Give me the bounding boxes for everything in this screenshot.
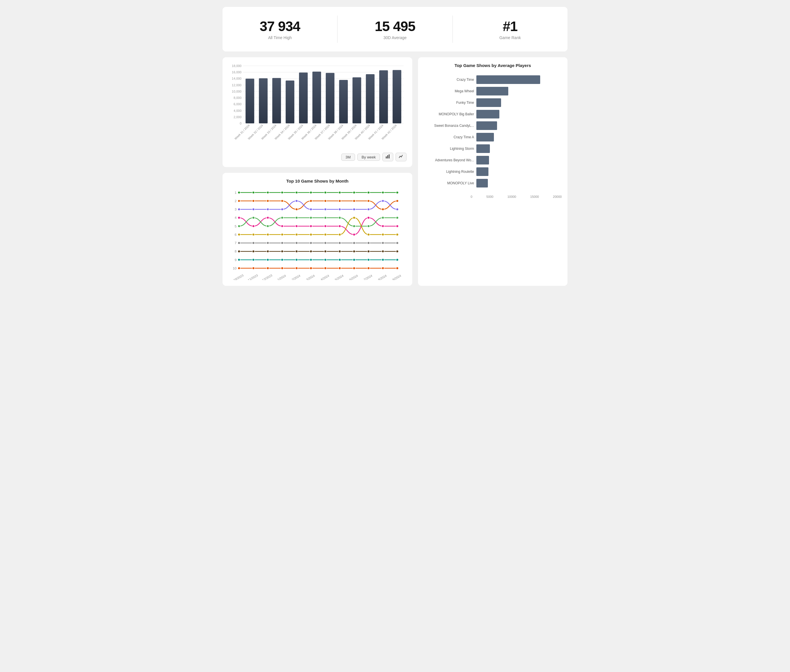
hbar-track: [477, 87, 556, 96]
svg-point-82: [252, 200, 255, 202]
line-icon-button[interactable]: [396, 153, 406, 161]
svg-point-183: [324, 267, 326, 269]
svg-point-87: [324, 200, 326, 202]
svg-point-178: [252, 267, 255, 269]
svg-text:1: 1: [235, 191, 237, 194]
svg-point-154: [252, 250, 255, 253]
svg-point-137: [353, 216, 356, 219]
right-column: Top Game Shows by Average Players Crazy …: [418, 57, 568, 286]
svg-point-126: [368, 225, 370, 227]
30d-avg-value: 15 495: [343, 18, 446, 34]
svg-point-99: [324, 208, 326, 211]
svg-point-96: [281, 208, 283, 211]
svg-point-113: [353, 234, 356, 236]
svg-point-107: [267, 216, 269, 219]
svg-rect-22: [259, 78, 268, 123]
hbar-label: MONOPOLY Live: [430, 181, 474, 185]
svg-point-77: [353, 191, 356, 194]
svg-point-133: [295, 234, 298, 236]
svg-point-152: [396, 242, 399, 244]
svg-rect-34: [339, 80, 348, 123]
svg-point-72: [281, 191, 283, 194]
svg-text:9: 9: [235, 258, 237, 262]
svg-point-79: [382, 191, 384, 194]
bump-chart-container: 1234567891010/202311/202312/20231/20242/…: [228, 188, 406, 280]
svg-text:8: 8: [235, 250, 237, 253]
stat-all-time-high: 37 934 All Time High: [222, 16, 337, 43]
hbar-axis-label: 20000: [553, 195, 562, 198]
hbar-track: [477, 98, 556, 107]
svg-text:2,000: 2,000: [233, 115, 241, 119]
bar-chart-icon: [385, 154, 390, 159]
stats-card: 37 934 All Time High 15 495 30D Average …: [222, 7, 568, 51]
svg-point-80: [396, 191, 399, 194]
hbar-chart-card: Top Game Shows by Average Players Crazy …: [418, 57, 568, 286]
svg-point-118: [252, 216, 255, 219]
svg-text:6/2024: 6/2024: [349, 274, 359, 280]
svg-text:12,000: 12,000: [232, 83, 241, 87]
period-button[interactable]: 3M: [341, 154, 355, 161]
svg-point-171: [324, 259, 326, 261]
svg-point-146: [310, 242, 312, 244]
svg-point-173: [353, 259, 356, 261]
svg-point-93: [238, 208, 240, 211]
svg-text:6,000: 6,000: [233, 102, 241, 106]
hbar-fill: [477, 98, 501, 107]
svg-point-122: [310, 216, 312, 219]
svg-rect-24: [272, 78, 281, 123]
svg-point-92: [396, 200, 399, 202]
svg-point-139: [382, 234, 384, 236]
hbar-track: [477, 122, 556, 130]
svg-text:7/2024: 7/2024: [363, 274, 373, 280]
svg-point-73: [295, 191, 298, 194]
svg-point-138: [368, 234, 370, 236]
svg-point-112: [338, 225, 341, 227]
svg-text:2: 2: [235, 199, 237, 203]
svg-point-155: [267, 250, 269, 253]
svg-point-153: [238, 250, 240, 253]
hbar-chart: Crazy Time Mega Wheel Funky Time MONOPOL…: [424, 72, 562, 193]
group-button[interactable]: By week: [357, 154, 380, 161]
svg-point-110: [310, 225, 312, 227]
svg-text:7: 7: [235, 241, 237, 245]
bar-icon-button[interactable]: [382, 153, 393, 161]
hbar-row: Crazy Time: [430, 75, 556, 84]
svg-point-106: [252, 225, 255, 227]
svg-point-177: [238, 267, 240, 269]
bump-chart-svg: 1234567891010/202311/202312/20231/20242/…: [228, 188, 406, 280]
svg-rect-42: [393, 70, 401, 123]
hbar-fill: [477, 110, 499, 118]
svg-point-70: [252, 191, 255, 194]
hbar-label: Sweet Bonanza CandyL...: [430, 124, 474, 128]
svg-point-180: [281, 267, 283, 269]
hbar-row: Mega Wheel: [430, 87, 556, 96]
svg-point-157: [295, 250, 298, 253]
hbar-axis-label: 5000: [486, 195, 493, 198]
svg-point-185: [353, 267, 356, 269]
svg-point-176: [396, 259, 399, 261]
hbar-label: MONOPOLY Big Baller: [430, 112, 474, 116]
svg-point-109: [295, 225, 298, 227]
chart-controls: 3M By week: [228, 153, 406, 161]
svg-point-148: [338, 242, 341, 244]
svg-text:4,000: 4,000: [233, 109, 241, 112]
svg-point-102: [368, 208, 370, 211]
svg-text:4: 4: [235, 216, 237, 220]
svg-point-179: [267, 267, 269, 269]
svg-point-86: [310, 200, 312, 202]
svg-text:3: 3: [235, 208, 237, 211]
svg-text:2/2024: 2/2024: [291, 274, 301, 280]
svg-text:16,000: 16,000: [232, 70, 241, 74]
svg-point-105: [238, 216, 240, 219]
svg-rect-20: [246, 78, 254, 123]
hbar-track: [477, 133, 556, 141]
svg-point-162: [368, 250, 370, 253]
hbar-label: Lightning Roulette: [430, 170, 474, 174]
bar-chart-container: 02,0004,0006,0008,00010,00012,00014,0001…: [228, 63, 406, 149]
all-time-high-label: All Time High: [228, 35, 331, 40]
svg-point-167: [267, 259, 269, 261]
hbar-row: Lightning Storm: [430, 144, 556, 153]
hbar-axis-label: 0: [470, 195, 472, 198]
svg-point-78: [368, 191, 370, 194]
svg-point-125: [353, 225, 356, 227]
